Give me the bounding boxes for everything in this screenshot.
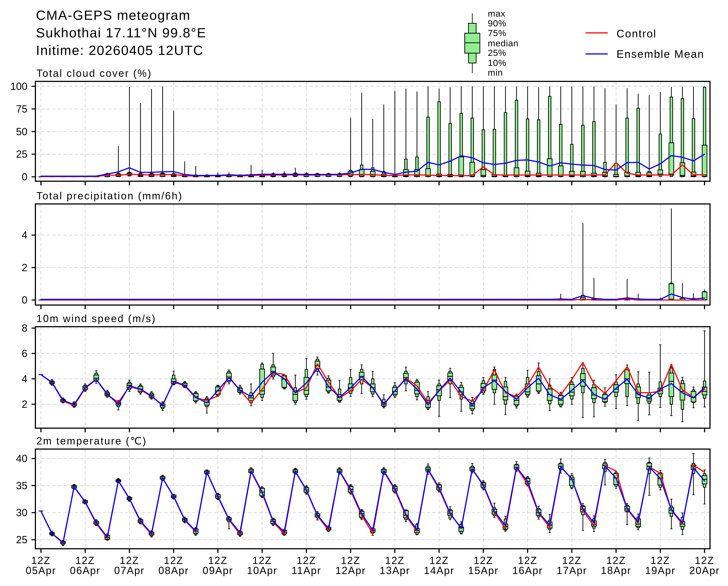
svg-text:6: 6 [22, 348, 27, 359]
svg-text:35: 35 [16, 480, 27, 491]
svg-text:12Z: 12Z [75, 555, 95, 566]
svg-text:19Apr: 19Apr [645, 565, 676, 576]
svg-text:8: 8 [22, 322, 27, 334]
svg-text:12Z: 12Z [518, 555, 537, 566]
svg-text:4: 4 [22, 373, 27, 384]
svg-text:12Z: 12Z [120, 555, 139, 566]
svg-text:25%: 25% [488, 48, 506, 58]
svg-text:30: 30 [16, 507, 27, 518]
svg-text:CMA-GEPS meteogram: CMA-GEPS meteogram [36, 8, 191, 23]
svg-text:12Z: 12Z [252, 555, 272, 566]
svg-text:40: 40 [16, 453, 27, 464]
svg-text:13Apr: 13Apr [380, 565, 410, 576]
svg-text:05Apr: 05Apr [26, 565, 56, 576]
svg-text:08Apr: 08Apr [158, 565, 189, 576]
svg-text:25: 25 [16, 149, 27, 160]
svg-text:16Apr: 16Apr [512, 565, 543, 576]
svg-text:10Apr: 10Apr [247, 565, 277, 576]
svg-text:12Z: 12Z [31, 555, 51, 566]
svg-text:100: 100 [10, 81, 27, 92]
svg-text:15Apr: 15Apr [468, 565, 499, 576]
svg-text:Total cloud cover (%): Total cloud cover (%) [36, 68, 152, 79]
svg-text:17Apr: 17Apr [557, 565, 587, 576]
svg-text:18Apr: 18Apr [601, 565, 631, 576]
svg-text:25: 25 [16, 534, 27, 545]
svg-text:median: median [488, 38, 519, 48]
svg-text:10m wind speed (m/s): 10m wind speed (m/s) [36, 313, 156, 324]
svg-text:90%: 90% [488, 18, 506, 28]
svg-text:0: 0 [22, 171, 27, 183]
svg-text:20Apr: 20Apr [689, 565, 720, 576]
svg-text:Total precipitation (mm/6h): Total precipitation (mm/6h) [36, 190, 183, 202]
svg-text:Ensemble Mean: Ensemble Mean [617, 48, 704, 60]
svg-text:12Z: 12Z [208, 555, 228, 566]
svg-text:12Z: 12Z [385, 555, 405, 566]
svg-text:12Apr: 12Apr [335, 565, 366, 576]
svg-text:14Apr: 14Apr [424, 565, 454, 576]
svg-text:12Z: 12Z [164, 555, 183, 566]
svg-text:12Z: 12Z [341, 555, 360, 566]
svg-text:0: 0 [22, 294, 27, 306]
svg-text:11Apr: 11Apr [292, 565, 321, 576]
svg-text:07Apr: 07Apr [114, 565, 145, 576]
svg-text:75%: 75% [488, 28, 506, 38]
svg-text:09Apr: 09Apr [203, 565, 233, 576]
svg-text:2: 2 [22, 398, 27, 410]
svg-text:Initime: 20260405 12UTC: Initime: 20260405 12UTC [36, 43, 203, 58]
svg-text:12Z: 12Z [429, 555, 449, 566]
svg-text:12Z: 12Z [695, 555, 714, 566]
svg-text:min: min [488, 68, 503, 78]
svg-text:12Z: 12Z [606, 555, 626, 566]
svg-text:12Z: 12Z [651, 555, 670, 566]
svg-text:2m temperature (℃): 2m temperature (℃) [36, 435, 147, 447]
svg-text:Control: Control [617, 27, 657, 39]
svg-text:12Z: 12Z [562, 555, 581, 566]
svg-text:4: 4 [22, 229, 27, 241]
svg-text:10%: 10% [488, 58, 506, 68]
svg-text:50: 50 [16, 126, 27, 137]
svg-text:12Z: 12Z [297, 555, 316, 566]
svg-text:max: max [488, 8, 505, 19]
svg-text:75: 75 [16, 103, 27, 115]
svg-text:12Z: 12Z [474, 555, 493, 566]
svg-text:06Apr: 06Apr [70, 565, 100, 576]
svg-text:2: 2 [22, 262, 27, 273]
svg-text:Sukhothai 17.11°N 99.8°E: Sukhothai 17.11°N 99.8°E [36, 25, 206, 40]
